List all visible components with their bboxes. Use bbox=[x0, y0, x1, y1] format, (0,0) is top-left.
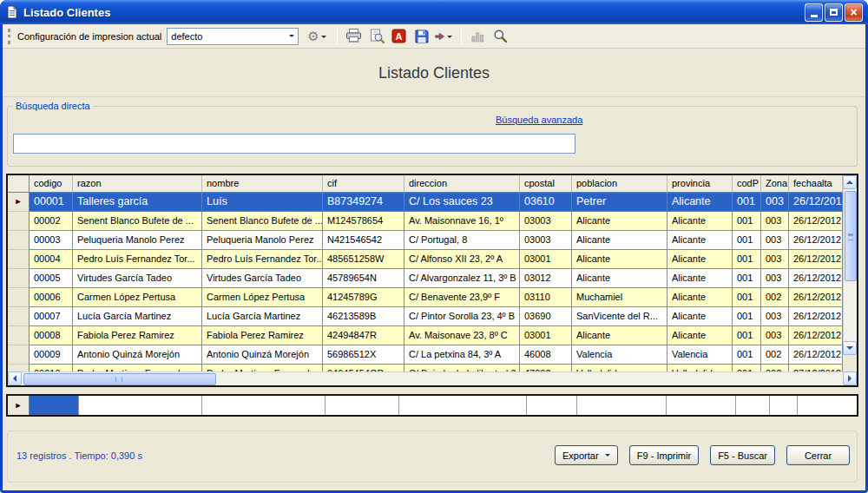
grid-cell[interactable]: Pedro Luís Fernandez Tor... bbox=[73, 250, 202, 269]
grid-cell[interactable]: 001 bbox=[733, 212, 761, 231]
vertical-scrollbar[interactable] bbox=[843, 175, 857, 355]
grid-cell[interactable]: 485651258W bbox=[323, 250, 404, 269]
column-header-fechaalta[interactable]: fechaalta bbox=[789, 175, 843, 193]
horizontal-scrollbar[interactable] bbox=[8, 371, 857, 385]
grid-cell[interactable]: 00009 bbox=[30, 345, 73, 365]
grid-cell[interactable]: 03690 bbox=[520, 307, 572, 326]
grid-cell[interactable]: Luís bbox=[202, 193, 323, 212]
grid-cell[interactable]: 00005 bbox=[30, 269, 73, 288]
grid-cell[interactable]: C/ Los sauces 23 bbox=[404, 193, 520, 212]
grid-cell[interactable]: 46213589B bbox=[323, 307, 404, 326]
grid-cell[interactable]: 26/12/2012 bbox=[789, 250, 843, 269]
grid-cell[interactable]: 00003 bbox=[30, 231, 73, 250]
export-pdf-button[interactable]: A bbox=[389, 26, 410, 47]
grid-cell[interactable]: 00006 bbox=[30, 288, 73, 307]
zoom-button[interactable] bbox=[490, 26, 511, 47]
grid-cell[interactable]: Lucía García Martinez bbox=[73, 307, 202, 326]
grid-cell[interactable]: 00002 bbox=[30, 212, 73, 231]
filter-cell[interactable] bbox=[399, 396, 527, 415]
filter-cell[interactable] bbox=[527, 396, 577, 415]
grid-cell[interactable]: 26/12/2012 bbox=[789, 231, 843, 250]
grid-cell[interactable]: 003 bbox=[761, 212, 789, 231]
filter-cell[interactable] bbox=[770, 396, 798, 415]
grid-cell[interactable]: 26/12/2012 bbox=[789, 193, 843, 212]
row-selector[interactable] bbox=[8, 307, 30, 326]
filter-cell[interactable] bbox=[736, 396, 770, 415]
row-selector[interactable] bbox=[8, 269, 30, 288]
table-row[interactable]: 00002Senent Blanco Bufete de ...Senent B… bbox=[8, 212, 843, 231]
vertical-scrollbar-thumb[interactable] bbox=[845, 191, 857, 281]
grid-cell[interactable]: Alicante bbox=[572, 250, 667, 269]
chart-button[interactable] bbox=[468, 26, 489, 47]
grid-cell[interactable]: 26/12/2012 bbox=[789, 326, 843, 345]
grid-cell[interactable]: 001 bbox=[733, 231, 761, 250]
grid-cell[interactable]: 26/12/2012 bbox=[789, 307, 843, 326]
toolbar-grip[interactable] bbox=[8, 29, 10, 44]
grid-cell[interactable]: 03610 bbox=[520, 193, 572, 212]
grid-cell[interactable]: C/ Portugal, 8 bbox=[404, 231, 520, 250]
grid-cell[interactable]: Alicante bbox=[572, 326, 667, 345]
grid-cell[interactable]: 001 bbox=[733, 326, 761, 345]
grid-cell[interactable]: Talleres garcía bbox=[73, 193, 202, 212]
grid-cell[interactable]: Peluqueria Manolo Perez bbox=[202, 231, 323, 250]
table-row[interactable]: ►00001Talleres garcíaLuísB87349274C/ Los… bbox=[8, 193, 843, 212]
grid-cell[interactable]: C/ La petxina 84, 3º A bbox=[404, 345, 520, 365]
maximize-button[interactable] bbox=[825, 3, 843, 22]
grid-cell[interactable]: N421546542 bbox=[323, 231, 404, 250]
row-selector[interactable] bbox=[8, 212, 30, 231]
table-row[interactable]: 00006Carmen López PertusaCarmen López Pe… bbox=[8, 288, 843, 307]
grid-cell[interactable]: Alicante bbox=[667, 212, 733, 231]
grid-cell[interactable]: Alicante bbox=[667, 288, 733, 307]
f9-imprimir-button[interactable]: F9 - Imprimir bbox=[629, 445, 699, 465]
grid-cell[interactable]: SanVicente del R... bbox=[572, 307, 667, 326]
row-selector[interactable] bbox=[8, 326, 30, 345]
grid-cell[interactable]: 001 bbox=[733, 193, 761, 212]
grid-cell[interactable]: Petrer bbox=[572, 193, 667, 212]
horizontal-scrollbar-thumb[interactable] bbox=[23, 373, 216, 385]
scroll-down-button[interactable] bbox=[843, 341, 857, 355]
grid-cell[interactable]: 00008 bbox=[30, 326, 73, 345]
grid-cell[interactable]: 56986512X bbox=[323, 345, 404, 365]
cerrar-button[interactable]: Cerrar bbox=[786, 445, 850, 465]
grid-cell[interactable]: 42494847R bbox=[323, 326, 404, 345]
grid-cell[interactable]: Alicante bbox=[667, 231, 733, 250]
print-config-combobox[interactable]: defecto bbox=[167, 28, 299, 45]
row-selector[interactable] bbox=[8, 250, 30, 269]
grid-cell[interactable]: Fabiola Perez Ramirez bbox=[73, 326, 202, 345]
column-header-Zona[interactable]: Zona bbox=[761, 175, 789, 193]
grid-cell[interactable]: C/ Alvargonzalez 11, 3º B bbox=[404, 269, 520, 288]
grid-cell[interactable]: Av. Maisonave 23, 8º C bbox=[404, 326, 520, 345]
filter-row-selector[interactable]: ► bbox=[8, 396, 30, 415]
filter-cell[interactable] bbox=[326, 396, 399, 415]
grid-cell[interactable]: C/ Pintor Sorolla 23, 4º B bbox=[404, 307, 520, 326]
grid-cell[interactable]: B87349274 bbox=[323, 193, 404, 212]
grid-cell[interactable]: Alicante bbox=[667, 193, 733, 212]
row-selector[interactable] bbox=[8, 231, 30, 250]
column-header-provincia[interactable]: provincia bbox=[667, 175, 733, 193]
grid-cell[interactable]: Virtudes García Tadeo bbox=[202, 269, 323, 288]
grid-cell[interactable]: Virtudes García Tadeo bbox=[73, 269, 202, 288]
grid-cell[interactable]: 26/12/2012 bbox=[789, 212, 843, 231]
grid-cell[interactable]: 03012 bbox=[520, 269, 572, 288]
filter-cell[interactable] bbox=[798, 396, 857, 415]
grid-cell[interactable]: 001 bbox=[733, 250, 761, 269]
scroll-up-button[interactable] bbox=[843, 175, 857, 189]
grid-cell[interactable]: Alicante bbox=[572, 212, 667, 231]
combo-dropdown-arrow-icon[interactable] bbox=[289, 35, 294, 40]
column-header-direccion[interactable]: direccion bbox=[404, 175, 520, 193]
grid-cell[interactable]: Alicante bbox=[667, 269, 733, 288]
grid-cell[interactable]: 26/12/2012 bbox=[789, 345, 843, 365]
row-selector[interactable]: ► bbox=[8, 193, 30, 212]
exportar-button[interactable]: Exportar bbox=[555, 445, 618, 465]
table-row[interactable]: 00009Antonio Quinzá MorejónAntonio Quinz… bbox=[8, 345, 843, 365]
column-header-cpostal[interactable]: cpostal bbox=[520, 175, 572, 193]
grid-cell[interactable]: 003 bbox=[761, 307, 789, 326]
row-selector[interactable] bbox=[8, 288, 30, 307]
grid-cell[interactable]: 00001 bbox=[30, 193, 73, 212]
grid-cell[interactable]: M124578654 bbox=[323, 212, 404, 231]
grid-cell[interactable]: 003 bbox=[761, 269, 789, 288]
grid-cell[interactable]: Lucía García Martinez bbox=[202, 307, 323, 326]
filter-cell[interactable] bbox=[667, 396, 736, 415]
filter-cell[interactable] bbox=[202, 396, 326, 415]
grid-cell[interactable]: Fabiola Perez Ramirez bbox=[202, 326, 323, 345]
